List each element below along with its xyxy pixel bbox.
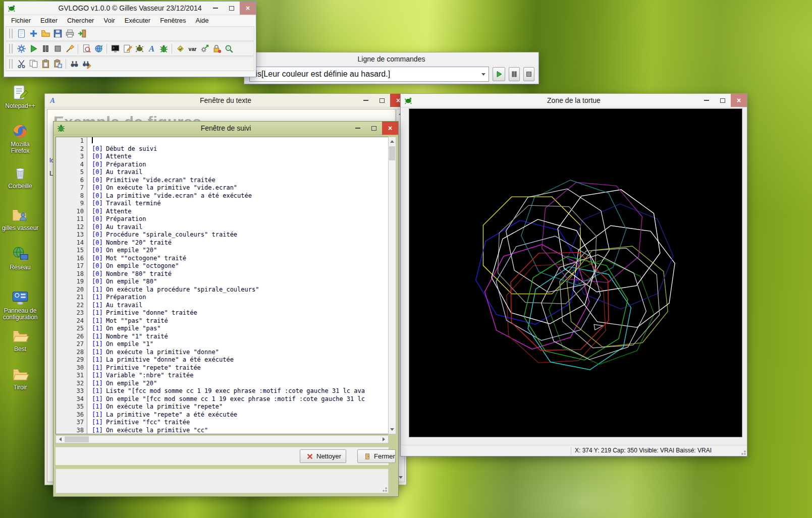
doc-new-icon[interactable] [15,28,27,40]
paste-special-icon[interactable] [51,58,64,70]
close-button[interactable]: × [240,2,256,15]
copy-icon[interactable] [27,58,39,70]
turtle-graphics-canvas[interactable] [409,108,742,437]
toolbar-file [6,26,254,41]
play-icon[interactable] [27,43,39,55]
trace-line: 34[1]On empile "[fcc mod somme cc 1 19 e… [56,395,388,404]
trace-line: 27[1]On empile "1" [56,340,388,349]
maximize-button[interactable] [224,2,240,15]
pause-icon[interactable] [39,43,51,55]
scroll-left-arrow-icon[interactable] [57,436,64,442]
desktop-icon-notepad-[interactable]: Notepad++ [1,84,39,109]
bug-icon[interactable] [157,43,170,55]
trace-line: 36[1]La primitive "repete" a été exécuté… [56,411,388,419]
desktop-icon-best[interactable]: Best [1,327,39,353]
menu-fichier[interactable]: Fichier [11,17,31,24]
menu-editer[interactable]: Editer [40,17,58,24]
chevron-down-icon[interactable] [481,73,485,76]
trace-line: 26[1]Nombre "1" traité [56,333,388,341]
minimize-button[interactable] [698,94,715,107]
stop-command-button[interactable] [523,67,534,81]
cut-icon[interactable] [15,58,27,70]
resize-grip[interactable] [381,486,387,492]
toolbar-drag-handle[interactable] [9,59,13,69]
maximize-button[interactable] [366,122,382,135]
text-window-title: Fenêtre du texte [45,96,406,104]
trace-line: 23[1]Primitive "donne" traitée [56,309,388,317]
globe-icon[interactable] [92,43,104,55]
minimize-button[interactable] [207,2,224,15]
toolbar-drag-handle[interactable] [9,29,13,38]
trace-window-title: Fenêtre de suivi [53,124,398,132]
toolbar-drag-handle[interactable] [9,44,13,53]
menu-aide[interactable]: Aide [195,17,208,24]
var-label-icon[interactable]: var [186,43,198,55]
menu-voir[interactable]: Voir [103,17,115,24]
save-icon[interactable] [51,28,64,40]
menu-fenetres[interactable]: Fenêtres [160,17,186,24]
trace-vertical-scrollbar[interactable] [388,137,396,434]
trace-line: 1 [56,137,388,145]
doc-edit-icon[interactable] [121,43,133,55]
trace-horizontal-scrollbar[interactable] [56,435,389,443]
command-input[interactable]: ris[Leur couleur est définie au hasard.] [249,67,489,82]
desktop-icon-gilles-vasseur[interactable]: gilles vasseur [1,206,39,232]
turtle-window-titlebar[interactable]: Zone de la tortue × [401,94,747,107]
minimize-button[interactable] [350,122,366,135]
lock-icon[interactable] [210,43,223,55]
trace-line: 13[0]Procédure "spirale_couleurs" traité… [56,231,388,239]
gear-export-icon[interactable] [198,43,210,55]
scrollbar-thumb[interactable] [65,436,89,442]
font-a-icon[interactable]: A [145,43,157,55]
scroll-up-arrow-icon[interactable] [389,138,395,145]
trace-line: 12[0]Au travail [56,223,388,232]
binoculars-icon[interactable] [68,58,80,70]
console-icon[interactable] [109,43,121,55]
status-separator [571,447,571,454]
run-command-button[interactable] [493,67,506,81]
control-panel-icon [1,289,39,307]
add-icon[interactable] [27,28,39,40]
desktop-icon-mozilla-firefox[interactable]: Mozilla Firefox [1,122,39,154]
close-button[interactable]: × [731,94,747,107]
trace-line: 5[0]Au travail [56,168,388,177]
desktop-icon-r-seau[interactable]: Réseau [1,245,39,271]
turtle-small-icon[interactable] [133,43,145,55]
exit-door-icon[interactable] [76,28,88,40]
trace-log-list[interactable]: 12[0]Début de suivi3[0]Attente4[0]Prépar… [56,137,389,434]
trace-line: 2[0]Début de suivi [56,145,388,153]
turtle-cursor [594,323,604,330]
doc-preview-icon[interactable] [80,43,92,55]
paste-icon[interactable] [39,58,51,70]
menu-executer[interactable]: Exécuter [125,17,150,24]
pause-command-button[interactable] [509,67,520,81]
stop-icon[interactable] [51,43,64,55]
maximize-button[interactable] [715,94,731,107]
clear-button[interactable]: Nettoyer [300,449,346,463]
trace-line: 3[0]Attente [56,153,388,161]
search-gear-icon[interactable] [223,43,235,55]
diamond-icon[interactable] [174,43,186,55]
main-window-titlebar[interactable]: GVLOGO v1.0.0 © Gilles Vasseur 23/12/201… [4,2,256,15]
gear-icon[interactable] [15,43,27,55]
text-window-titlebar[interactable]: A Fenêtre du texte × [45,94,406,107]
binoculars-edit-icon[interactable] [80,58,92,70]
broom-icon[interactable] [64,43,76,55]
resize-grip[interactable] [740,449,746,455]
menu-chercher[interactable]: Chercher [67,17,94,24]
firefox-icon [1,122,39,140]
minimize-button[interactable] [358,94,374,107]
close-button[interactable]: × [382,122,398,135]
scrollbar-thumb[interactable] [389,146,395,160]
folder-open-icon[interactable] [39,28,51,40]
maximize-button[interactable] [374,94,390,107]
trace-button-row: Nettoyer Fermer [56,447,389,465]
scroll-right-arrow-icon[interactable] [380,436,388,442]
desktop-icon-panneau-de-configuration[interactable]: Panneau de configuration [1,289,39,321]
scroll-down-arrow-icon[interactable] [389,426,395,433]
desktop-icon-corbeille[interactable]: Corbeille [1,164,39,190]
print-icon[interactable] [64,28,76,40]
desktop-icon-tiroir[interactable]: Tiroir [1,365,39,391]
trace-window-titlebar[interactable]: Fenêtre de suivi × [53,122,398,135]
close-trace-button[interactable]: Fermer [357,449,396,463]
